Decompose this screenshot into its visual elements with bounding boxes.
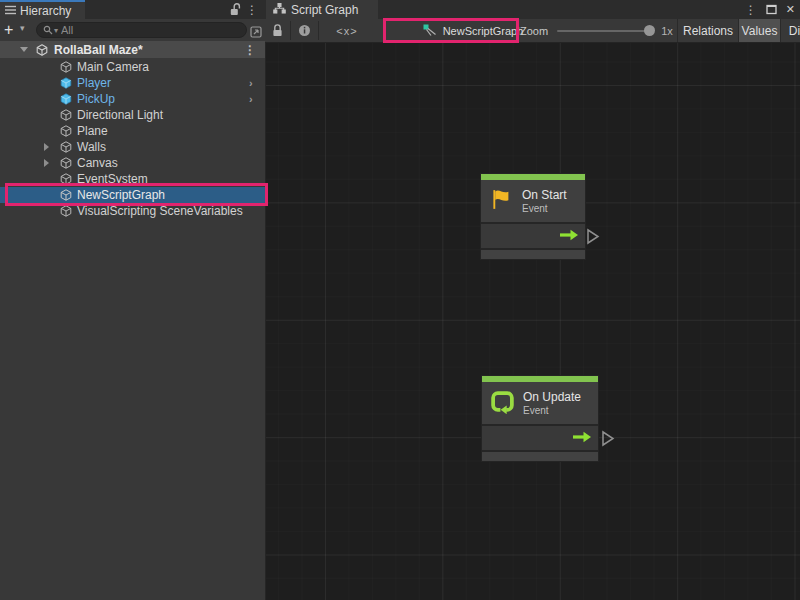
- prefab-cube-icon: [60, 77, 72, 92]
- unity-scene-icon: [36, 44, 48, 56]
- add-object-button[interactable]: +: [4, 20, 13, 39]
- values-button[interactable]: Values: [738, 19, 780, 42]
- node-subtitle: Event: [522, 203, 567, 214]
- gameobject-cube-icon: [60, 61, 72, 76]
- hierarchy-item-plane[interactable]: Plane: [0, 123, 265, 139]
- scene-header-row[interactable]: RollaBall Maze* ⋮: [0, 41, 265, 58]
- plus-icon: +: [4, 21, 13, 38]
- zoom-slider-handle[interactable]: [644, 25, 655, 36]
- node-footer: [481, 248, 585, 259]
- output-port-triangle[interactable]: [601, 430, 615, 451]
- kebab-icon: ⋮: [246, 4, 258, 16]
- tab-hierarchy[interactable]: Hierarchy: [0, 0, 85, 19]
- scene-name-label: RollaBall Maze*: [54, 43, 143, 57]
- zoom-slider-track[interactable]: [557, 30, 651, 32]
- output-port-triangle[interactable]: [586, 228, 600, 249]
- node-title: On Update: [523, 390, 581, 404]
- update-loop-icon: [490, 389, 515, 418]
- gameobject-cube-icon: [60, 205, 72, 220]
- hierarchy-tabbar: Hierarchy ⋮: [0, 0, 265, 19]
- flag-icon: [489, 187, 514, 216]
- tab-script-graph-label: Script Graph: [291, 3, 358, 17]
- hierarchy-unlock-icon[interactable]: [228, 2, 242, 17]
- scene-foldout-icon[interactable]: [20, 47, 28, 52]
- script-graph-toolbar: <x> NewScriptGraph Zoom 1x Relations Val…: [265, 19, 800, 43]
- hierarchy-item-walls[interactable]: Walls: [0, 139, 265, 155]
- graph-canvas[interactable]: [265, 43, 800, 600]
- blackboard-variables-button[interactable]: <x>: [325, 19, 369, 42]
- hierarchy-toolbar: + ▾ ▾: [0, 19, 265, 41]
- add-object-caret-icon[interactable]: ▾: [20, 23, 25, 33]
- hierarchy-item-pickup[interactable]: PickUp ›: [0, 91, 265, 107]
- script-graph-icon: [273, 3, 286, 17]
- gameobject-cube-icon: [60, 157, 72, 172]
- gameobject-cube-icon: [60, 109, 72, 124]
- node-port-row: [482, 424, 598, 450]
- gameobject-cube-icon: [60, 125, 72, 140]
- graph-lock-button[interactable]: [265, 19, 290, 42]
- search-filter-caret-icon[interactable]: ▾: [54, 26, 58, 35]
- foldout-collapsed-icon[interactable]: [44, 159, 49, 167]
- hierarchy-menu-button[interactable]: ⋮: [246, 2, 258, 17]
- hierarchy-search-input[interactable]: [61, 24, 221, 36]
- scene-menu-button[interactable]: ⋮: [244, 44, 256, 56]
- maximize-icon[interactable]: [766, 1, 777, 19]
- node-on-update[interactable]: On Update Event: [482, 376, 598, 461]
- foldout-collapsed-icon[interactable]: [44, 143, 49, 151]
- window-menu-button[interactable]: ⋮: [745, 4, 757, 16]
- search-icon: [43, 21, 53, 39]
- hierarchy-icon: [5, 4, 16, 18]
- dim-button[interactable]: Dim: [780, 19, 800, 42]
- zoom-value-label: 1x: [657, 19, 677, 42]
- prefab-chevron-icon[interactable]: ›: [249, 77, 253, 89]
- hierarchy-item-canvas[interactable]: Canvas: [0, 155, 265, 171]
- hierarchy-item-player[interactable]: Player ›: [0, 75, 265, 91]
- variables-icon: <x>: [336, 25, 357, 37]
- hierarchy-item-directional-light[interactable]: Directional Light: [0, 107, 265, 123]
- prefab-cube-icon: [60, 93, 72, 108]
- node-subtitle: Event: [523, 405, 581, 416]
- zoom-label: Zoom: [517, 19, 551, 42]
- annotation-box-graph-title: [383, 18, 519, 43]
- gameobject-cube-icon: [60, 141, 72, 156]
- flow-arrow-icon: [572, 429, 592, 447]
- open-search-window-icon[interactable]: [249, 24, 263, 39]
- unity-editor-window: Hierarchy ⋮ + ▾ ▾ RollaBall: [0, 0, 800, 600]
- node-title: On Start: [522, 188, 567, 202]
- script-graph-tabbar: Script Graph ⋮ ✕: [265, 0, 800, 19]
- node-port-row: [481, 222, 585, 248]
- hierarchy-search-field[interactable]: ▾: [36, 22, 247, 38]
- close-icon[interactable]: ✕: [786, 3, 795, 16]
- graph-info-button[interactable]: [290, 19, 318, 42]
- hierarchy-item-main-camera[interactable]: Main Camera: [0, 59, 265, 75]
- relations-button[interactable]: Relations: [677, 19, 738, 42]
- flow-arrow-icon: [559, 227, 579, 245]
- tab-script-graph[interactable]: Script Graph: [266, 0, 378, 19]
- node-on-start[interactable]: On Start Event: [481, 174, 585, 259]
- prefab-chevron-icon[interactable]: ›: [249, 93, 253, 105]
- node-footer: [482, 450, 598, 461]
- annotation-box-hierarchy-selection: [5, 183, 268, 206]
- tab-hierarchy-label: Hierarchy: [20, 4, 71, 18]
